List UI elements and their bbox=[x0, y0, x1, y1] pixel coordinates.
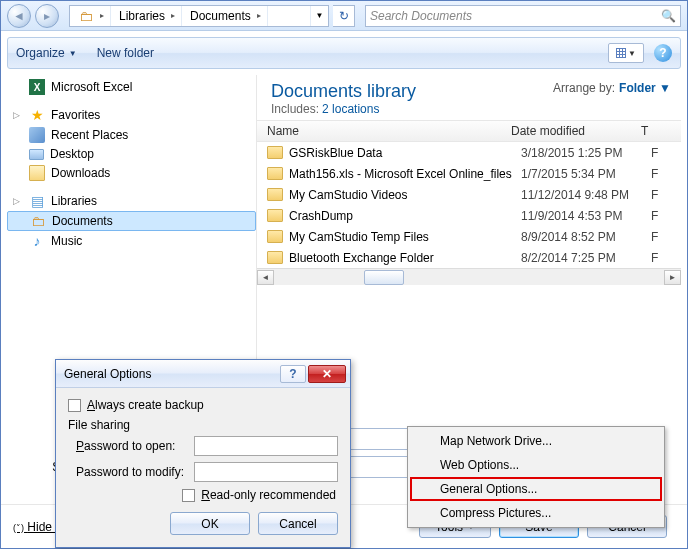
horizontal-scrollbar[interactable]: ◄ ► bbox=[257, 268, 681, 285]
file-date: 1/7/2015 5:34 PM bbox=[521, 167, 651, 181]
locations-link[interactable]: 2 locations bbox=[322, 102, 379, 116]
folder-icon bbox=[267, 251, 283, 264]
sidebar-item-desktop[interactable]: Desktop bbox=[7, 145, 256, 163]
menu-compress-pictures[interactable]: Compress Pictures... bbox=[410, 501, 662, 525]
password-modify-label: Password to modify: bbox=[76, 465, 194, 479]
folder-icon bbox=[267, 146, 283, 159]
excel-icon: X bbox=[29, 79, 45, 95]
address-bar: ◄ ▸ 🗀▸ Libraries▸ Documents▸ ▼ ↻ Search … bbox=[1, 1, 687, 31]
dialog-close-button[interactable]: ✕ bbox=[308, 365, 346, 383]
sidebar-item-documents[interactable]: 🗀Documents bbox=[7, 211, 256, 231]
search-input[interactable]: Search Documents 🔍 bbox=[365, 5, 681, 27]
file-name: GSRiskBlue Data bbox=[289, 146, 521, 160]
file-date: 11/9/2014 4:53 PM bbox=[521, 209, 651, 223]
file-row[interactable]: My CamStudio Temp Files8/9/2014 8:52 PMF bbox=[257, 226, 681, 247]
dialog-title: General Options bbox=[64, 367, 151, 381]
file-date: 11/12/2014 9:48 PM bbox=[521, 188, 651, 202]
search-icon: 🔍 bbox=[661, 9, 676, 23]
file-row[interactable]: My CamStudio Videos11/12/2014 9:48 PMF bbox=[257, 184, 681, 205]
file-name: CrashDump bbox=[289, 209, 521, 223]
dialog-help-button[interactable]: ? bbox=[280, 365, 306, 383]
folder-icon bbox=[267, 188, 283, 201]
back-button[interactable]: ◄ bbox=[7, 4, 31, 28]
view-options[interactable]: ▼ bbox=[608, 43, 644, 63]
sidebar-item-libraries[interactable]: ▷▤ Libraries bbox=[7, 191, 256, 211]
always-create-backup-checkbox[interactable]: Always create backup bbox=[68, 398, 338, 412]
checkbox-icon bbox=[182, 489, 195, 502]
column-name[interactable]: Name bbox=[257, 124, 511, 138]
file-type: F bbox=[651, 251, 658, 265]
breadcrumb-dropdown[interactable]: ▼ bbox=[310, 6, 328, 26]
column-date[interactable]: Date modified bbox=[511, 124, 641, 138]
arrange-by-dropdown[interactable]: Folder ▼ bbox=[619, 81, 671, 95]
file-row[interactable]: CrashDump11/9/2014 4:53 PMF bbox=[257, 205, 681, 226]
folder-icon bbox=[267, 230, 283, 243]
file-type: F bbox=[651, 167, 658, 181]
toolbar: Organize▼ New folder ▼ ? bbox=[7, 37, 681, 69]
sidebar-item-recent[interactable]: Recent Places bbox=[7, 125, 256, 145]
file-type: F bbox=[651, 146, 658, 160]
menu-web-options[interactable]: Web Options... bbox=[410, 453, 662, 477]
file-row[interactable]: Bluetooth Exchange Folder8/2/2014 7:25 P… bbox=[257, 247, 681, 268]
column-headers[interactable]: Name Date modified T bbox=[257, 120, 681, 142]
file-row[interactable]: Math156.xls - Microsoft Excel Online_fil… bbox=[257, 163, 681, 184]
file-name: My CamStudio Temp Files bbox=[289, 230, 521, 244]
password-modify-input[interactable] bbox=[194, 462, 338, 482]
file-name: Bluetooth Exchange Folder bbox=[289, 251, 521, 265]
file-type: F bbox=[651, 209, 658, 223]
menu-map-network-drive[interactable]: Map Network Drive... bbox=[410, 429, 662, 453]
readonly-recommended-checkbox[interactable]: Read-only recommended bbox=[68, 488, 338, 502]
folder-icon: 🗀 bbox=[78, 8, 94, 24]
column-type[interactable]: T bbox=[641, 124, 681, 138]
file-row[interactable]: GSRiskBlue Data3/18/2015 1:25 PMF bbox=[257, 142, 681, 163]
password-open-input[interactable] bbox=[194, 436, 338, 456]
scroll-left[interactable]: ◄ bbox=[257, 270, 274, 285]
file-date: 8/9/2014 8:52 PM bbox=[521, 230, 651, 244]
dialog-cancel-button[interactable]: Cancel bbox=[258, 512, 338, 535]
scroll-thumb[interactable] bbox=[364, 270, 404, 285]
desktop-icon bbox=[29, 149, 44, 160]
refresh-button[interactable]: ↻ bbox=[333, 5, 355, 27]
menu-general-options[interactable]: General Options... bbox=[410, 477, 662, 501]
file-type: F bbox=[651, 230, 658, 244]
file-sharing-label: File sharing bbox=[68, 418, 338, 432]
libraries-icon: ▤ bbox=[29, 193, 45, 209]
file-type: F bbox=[651, 188, 658, 202]
downloads-icon bbox=[29, 165, 45, 181]
search-placeholder: Search Documents bbox=[370, 9, 472, 23]
breadcrumb-documents[interactable]: Documents bbox=[190, 9, 251, 23]
recent-icon bbox=[29, 127, 45, 143]
organize-menu[interactable]: Organize▼ bbox=[16, 46, 77, 60]
file-list[interactable]: GSRiskBlue Data3/18/2015 1:25 PMFMath156… bbox=[257, 142, 681, 268]
help-button[interactable]: ? bbox=[654, 44, 672, 62]
library-title: Documents library bbox=[271, 81, 416, 102]
file-name: Math156.xls - Microsoft Excel Online_fil… bbox=[289, 167, 521, 181]
folder-icon bbox=[267, 167, 283, 180]
sidebar-item-music[interactable]: ♪Music bbox=[7, 231, 256, 251]
star-icon: ★ bbox=[29, 107, 45, 123]
folder-icon bbox=[267, 209, 283, 222]
tools-menu: Map Network Drive... Web Options... Gene… bbox=[407, 426, 665, 528]
breadcrumb[interactable]: 🗀▸ Libraries▸ Documents▸ ▼ bbox=[69, 5, 329, 27]
file-date: 3/18/2015 1:25 PM bbox=[521, 146, 651, 160]
breadcrumb-libraries[interactable]: Libraries bbox=[119, 9, 165, 23]
password-open-label: Password to open: bbox=[76, 439, 194, 453]
sidebar-item-downloads[interactable]: Downloads bbox=[7, 163, 256, 183]
new-folder-button[interactable]: New folder bbox=[97, 46, 154, 60]
scroll-right[interactable]: ► bbox=[664, 270, 681, 285]
documents-icon: 🗀 bbox=[30, 213, 46, 229]
music-icon: ♪ bbox=[29, 233, 45, 249]
sidebar-item-favorites[interactable]: ▷★ Favorites bbox=[7, 105, 256, 125]
sidebar-item-excel[interactable]: X Microsoft Excel bbox=[7, 77, 256, 97]
dialog-ok-button[interactable]: OK bbox=[170, 512, 250, 535]
file-date: 8/2/2014 7:25 PM bbox=[521, 251, 651, 265]
general-options-dialog: General Options ? ✕ Always create backup… bbox=[55, 359, 351, 548]
checkbox-icon bbox=[68, 399, 81, 412]
forward-button[interactable]: ▸ bbox=[35, 4, 59, 28]
file-name: My CamStudio Videos bbox=[289, 188, 521, 202]
